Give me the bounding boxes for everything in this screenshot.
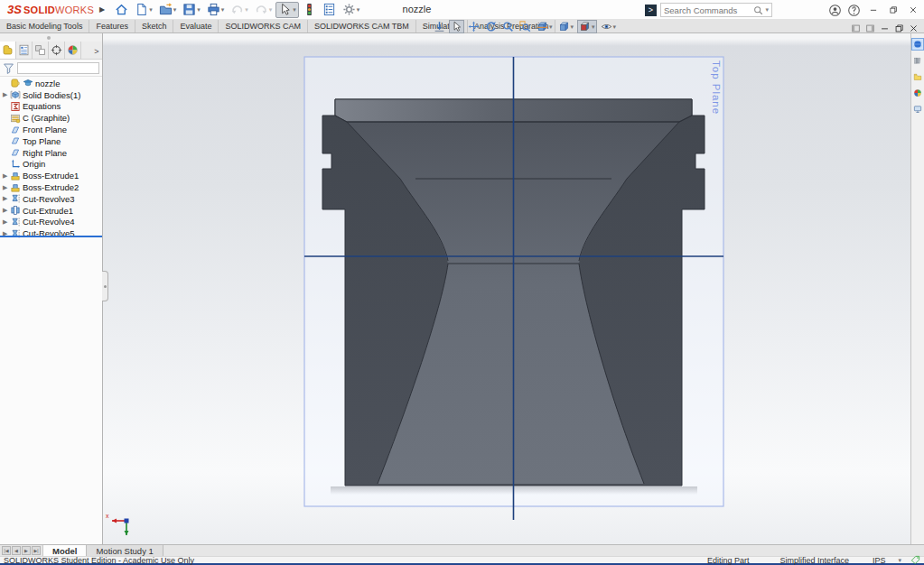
filter-funnel-icon[interactable]	[3, 62, 14, 74]
doc-minimize-button[interactable]	[880, 21, 890, 31]
home-button[interactable]	[112, 2, 131, 18]
tree-filter-row	[0, 60, 102, 77]
minimize-button[interactable]	[866, 4, 881, 16]
last-tab-button[interactable]: ▶|	[32, 546, 41, 555]
appearances-scenes-button[interactable]	[911, 87, 924, 99]
hide-show-items-button[interactable]: ▾	[599, 20, 619, 33]
tags-icon[interactable]	[910, 555, 920, 565]
zoom-button[interactable]	[500, 20, 516, 33]
doc-restore-button[interactable]	[894, 21, 904, 31]
first-tab-button[interactable]: |◀	[2, 546, 11, 555]
tab-basic-modeling-tools[interactable]: Basic Modeling Tools	[0, 20, 89, 32]
tree-item-label: nozzle	[35, 79, 60, 88]
search-dropdown-icon[interactable]: ▾	[765, 6, 769, 14]
section-view-button[interactable]: ▾	[535, 20, 555, 33]
tree-item-boss-extrude2[interactable]: ▶ Boss-Extrude2	[0, 181, 102, 193]
tree-item-nozzle[interactable]: ▶ nozzle	[0, 78, 102, 89]
display-style-button[interactable]: ▾	[556, 20, 576, 33]
tab-solidworks-cam[interactable]: SOLIDWORKS CAM	[219, 20, 308, 32]
close-button[interactable]	[906, 4, 920, 16]
expand-arrow-icon[interactable]: ▶	[3, 172, 10, 180]
logo-flyout-arrow-icon[interactable]: ▶	[99, 5, 105, 14]
model-scene[interactable]: Top Plane x	[103, 33, 910, 544]
zoom-to-area-button[interactable]	[518, 20, 533, 33]
expand-arrow-icon[interactable]: ▶	[3, 218, 10, 226]
propertymanager-tab[interactable]	[16, 42, 33, 59]
splitter-dot[interactable]	[47, 36, 51, 40]
dropdown-caret-icon[interactable]: ▾	[613, 23, 617, 31]
graphics-viewport[interactable]: Top Plane x	[103, 33, 910, 544]
tree-item-right-plane[interactable]: ▶ Right Plane	[0, 147, 102, 159]
model-tab[interactable]: Model	[43, 545, 87, 556]
tab-sketch[interactable]: Sketch	[135, 20, 174, 32]
tree-item-front-plane[interactable]: ▶ Front Plane	[0, 124, 102, 135]
tree-item-cut-revolve3[interactable]: ▶ Cut-Revolve3	[0, 193, 102, 205]
expand-arrow-icon[interactable]: ▶	[3, 207, 10, 214]
displaymanager-tab[interactable]	[65, 42, 81, 59]
featuremanager-tree-tab[interactable]	[0, 42, 16, 59]
tab-nav-buttons: |◀ ◀ ▶ ▶|	[0, 545, 43, 556]
search-icon[interactable]	[753, 5, 763, 15]
normal-to-button[interactable]	[432, 20, 447, 33]
motion-study-tab[interactable]: Motion Study 1	[87, 545, 163, 556]
help-icon[interactable]	[847, 4, 861, 17]
prev-tab-button[interactable]: ◀	[12, 546, 21, 555]
top-plane-label[interactable]: Top Plane	[711, 60, 722, 115]
tree-item-top-plane[interactable]: ▶ Top Plane	[0, 135, 102, 147]
login-user-icon[interactable]	[828, 4, 842, 17]
search-input[interactable]	[664, 5, 753, 15]
tree-item-icon	[10, 125, 21, 135]
tab-solidworks-cam-tbm[interactable]: SOLIDWORKS CAM TBM	[308, 20, 416, 32]
select-button[interactable]	[449, 20, 464, 33]
tree-item-cut-extrude1[interactable]: ▶ Cut-Extrude1	[0, 205, 102, 217]
show-featuremanager-icon[interactable]	[851, 21, 861, 31]
pan-button[interactable]	[466, 20, 481, 33]
restore-button[interactable]	[886, 4, 901, 16]
tab-evaluate[interactable]: Evaluate	[173, 20, 219, 32]
tree-filter-input[interactable]	[17, 62, 99, 74]
tree-item-cut-revolve5[interactable]: ▶ Cut-Revolve5	[0, 227, 102, 239]
toolbar-icon	[159, 3, 173, 16]
new-document-button[interactable]: ▾	[132, 2, 155, 18]
doc-close-button[interactable]	[909, 21, 919, 31]
expand-arrow-icon[interactable]: ▶	[3, 184, 10, 191]
next-tab-button[interactable]: ▶	[22, 546, 31, 555]
panel-splitter-handle[interactable]	[102, 271, 108, 301]
configurationmanager-tab[interactable]	[33, 42, 49, 59]
commandmanager-collapse-strip[interactable]	[0, 33, 102, 42]
view-palette-button[interactable]	[911, 103, 924, 116]
tree-item-cut-revolve4[interactable]: ▶ Cut-Revolve4	[0, 217, 102, 228]
dropdown-caret-icon[interactable]: ▾	[173, 6, 177, 14]
solidworks-logo: 3SSOLIDWORKS	[7, 3, 94, 16]
open-button[interactable]: ▾	[156, 2, 180, 18]
dropdown-caret-icon[interactable]: ▾	[549, 23, 553, 31]
expand-arrow-icon[interactable]: ▶	[3, 195, 10, 202]
view-tool-icon	[537, 21, 548, 32]
tree-item-solid-bodies[interactable]: ▶ Solid Bodies(1)	[0, 89, 102, 101]
dropdown-caret-icon[interactable]: ▾	[571, 23, 574, 31]
rollback-bar[interactable]	[0, 236, 102, 237]
view-orientation-button[interactable]: ▾	[577, 20, 597, 33]
expand-arrow-icon[interactable]: ▶	[3, 91, 10, 98]
units-selector[interactable]: IPS	[873, 556, 886, 565]
tree-item-equations[interactable]: ▶ Equations	[0, 101, 102, 113]
dropdown-caret-icon[interactable]: ▾	[149, 6, 153, 14]
show-taskpane-icon[interactable]	[865, 21, 875, 31]
tree-item-origin[interactable]: ▶ Origin	[0, 159, 102, 171]
design-library-button[interactable]	[911, 54, 924, 67]
logo-solid: SOLID	[23, 5, 55, 15]
dimxpertmanager-tab[interactable]	[49, 42, 65, 59]
tree-item-icon	[10, 159, 21, 170]
tree-item-material[interactable]: ▶ C (Graphite)	[0, 112, 102, 124]
units-dropdown-icon[interactable]: ▾	[898, 557, 901, 564]
panel-expand-arrow[interactable]: >	[92, 43, 101, 60]
rotate-view-button[interactable]	[483, 20, 499, 33]
tab-features[interactable]: Features	[89, 20, 135, 32]
file-explorer-button[interactable]	[911, 70, 924, 83]
solidworks-resources-button[interactable]	[911, 38, 924, 51]
feature-tree: ▶ nozzle ▶ Solid Bodies(1) ▶ Equat	[0, 77, 102, 544]
search-box[interactable]: ▾	[660, 3, 772, 17]
toolbar-icon	[182, 3, 196, 16]
tree-item-boss-extrude1[interactable]: ▶ Boss-Extrude1	[0, 170, 102, 181]
dropdown-caret-icon[interactable]: ▾	[592, 23, 595, 31]
